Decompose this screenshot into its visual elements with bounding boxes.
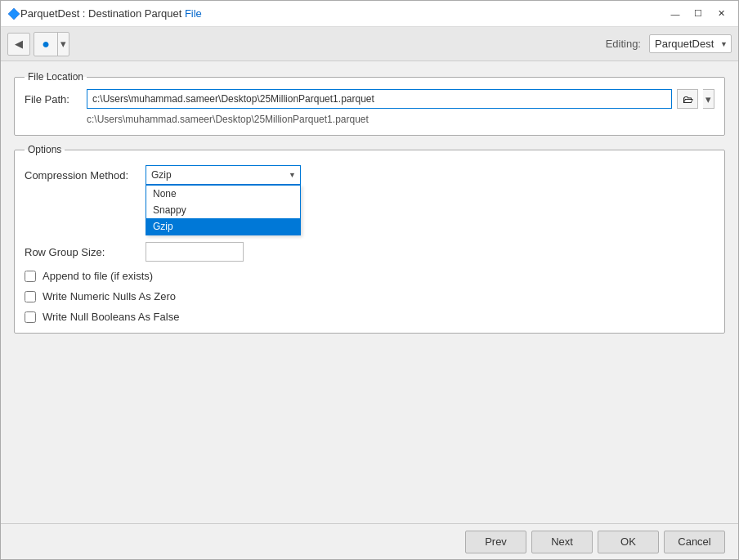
window-controls: — ☐ ✕ [665, 6, 732, 22]
editing-select-wrapper: ParquetDest [649, 34, 732, 53]
compression-select[interactable]: Gzip [146, 165, 301, 185]
write-booleans-label[interactable]: Write Null Booleans As False [43, 311, 179, 323]
editing-select[interactable]: ParquetDest [649, 34, 732, 53]
editing-label: Editing: [606, 38, 641, 50]
write-booleans-row: Write Null Booleans As False [25, 311, 714, 323]
toolbar-editing: Editing: ParquetDest [606, 34, 732, 53]
forward-button[interactable]: ● [34, 33, 57, 56]
append-label[interactable]: Append to file (if exists) [43, 270, 153, 282]
forward-nav: ● ▾ [34, 32, 69, 56]
back-icon: ◀ [15, 38, 23, 50]
append-checkbox[interactable] [25, 271, 36, 282]
close-button[interactable]: ✕ [710, 6, 732, 22]
write-nulls-label[interactable]: Write Numeric Nulls As Zero [43, 290, 176, 302]
compression-row: Compression Method: Gzip None Snappy Gzi… [25, 165, 714, 185]
svg-marker-0 [8, 8, 20, 20]
row-group-size-input[interactable] [146, 242, 244, 262]
dropdown-arrow-icon: ▾ [60, 38, 66, 50]
toolbar-nav: ◀ ● ▾ [7, 32, 69, 56]
app-icon [7, 7, 20, 20]
main-window: ParquetDest : Destination Parquet File —… [0, 0, 739, 560]
file-location-legend: File Location [25, 71, 87, 83]
file-path-label: File Path: [25, 93, 82, 105]
ok-button[interactable]: OK [598, 531, 659, 553]
compression-dropdown-popup: None Snappy Gzip [146, 185, 301, 235]
write-nulls-row: Write Numeric Nulls As Zero [25, 290, 714, 302]
forward-icon: ● [42, 37, 50, 52]
write-nulls-checkbox[interactable] [25, 291, 36, 302]
prev-button[interactable]: Prev [465, 531, 526, 553]
compression-option-none[interactable]: None [146, 186, 300, 202]
compression-option-snappy[interactable]: Snappy [146, 202, 300, 218]
file-location-content: File Path: 🗁 ▾ c:\Users\muhammad.sameer\… [25, 89, 714, 125]
file-location-group: File Location File Path: 🗁 ▾ c:\Users\mu… [14, 71, 725, 136]
browse-button[interactable]: 🗁 [677, 89, 698, 109]
compression-label: Compression Method: [25, 169, 139, 181]
footer: Prev Next OK Cancel [1, 523, 738, 559]
maximize-button[interactable]: ☐ [687, 6, 709, 22]
cancel-button[interactable]: Cancel [664, 531, 725, 553]
options-content: Compression Method: Gzip None Snappy Gzi… [25, 162, 714, 323]
compression-option-gzip[interactable]: Gzip [146, 218, 300, 235]
file-path-hint: c:\Users\muhammad.sameer\Desktop\25Milli… [87, 114, 714, 125]
folder-icon: 🗁 [683, 93, 693, 105]
title-bar: ParquetDest : Destination Parquet File —… [1, 1, 738, 27]
forward-dropdown-button[interactable]: ▾ [57, 33, 69, 56]
next-button[interactable]: Next [531, 531, 593, 553]
options-group: Options Compression Method: Gzip None Sn… [14, 144, 725, 334]
append-row: Append to file (if exists) [25, 270, 714, 282]
file-path-input[interactable] [87, 89, 672, 109]
browse-dropdown-button[interactable]: ▾ [703, 89, 714, 109]
options-legend: Options [25, 144, 65, 155]
window-title: ParquetDest : Destination Parquet File [20, 7, 665, 20]
row-group-label: Row Group Size: [25, 246, 139, 258]
row-group-row: Row Group Size: [25, 242, 714, 262]
compression-select-wrapper: Gzip None Snappy Gzip [146, 165, 301, 185]
minimize-button[interactable]: — [665, 6, 686, 22]
toolbar: ◀ ● ▾ Editing: ParquetDest [1, 27, 738, 61]
back-button[interactable]: ◀ [7, 33, 30, 56]
file-path-row: File Path: 🗁 ▾ [25, 89, 714, 109]
write-booleans-checkbox[interactable] [25, 311, 36, 323]
main-content: File Location File Path: 🗁 ▾ c:\Users\mu… [1, 61, 738, 523]
browse-dropdown-arrow-icon: ▾ [705, 93, 711, 105]
